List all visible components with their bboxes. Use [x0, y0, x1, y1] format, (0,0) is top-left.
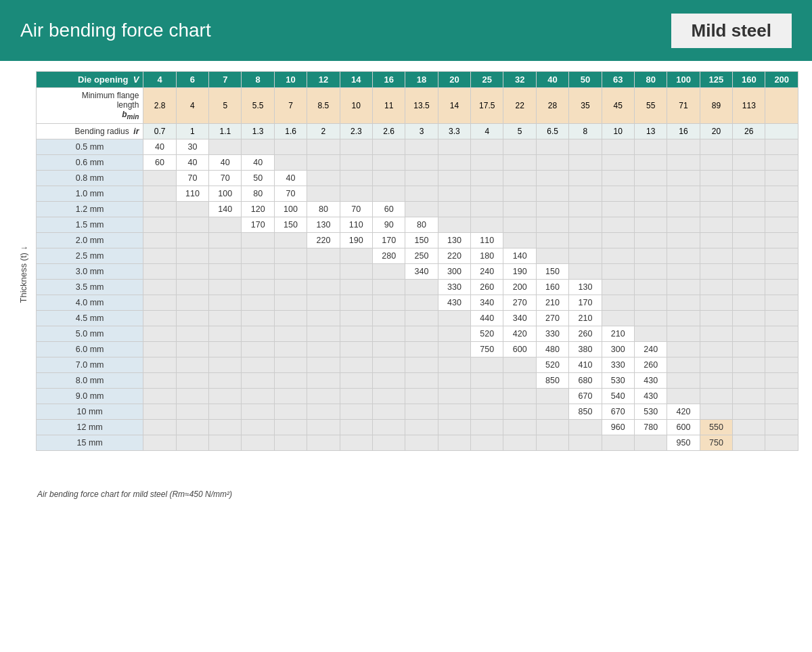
force-value-cell: [274, 357, 307, 373]
force-value-cell: [143, 233, 176, 248]
force-value-cell: [438, 389, 470, 404]
force-value-cell: [242, 373, 274, 389]
force-value-cell: [405, 280, 438, 295]
force-value-cell: [209, 389, 242, 404]
force-value-cell: [143, 389, 176, 404]
force-value-cell: 150: [405, 233, 438, 248]
force-value-cell: [340, 248, 372, 264]
force-value-cell: [765, 202, 798, 217]
force-value-cell: [733, 404, 765, 420]
force-value-cell: [307, 280, 340, 295]
force-value-cell: [667, 155, 700, 171]
force-value-cell: 190: [340, 233, 372, 248]
force-value-cell: [340, 295, 372, 311]
force-value-cell: 520: [471, 326, 503, 342]
force-value-cell: [438, 155, 470, 171]
force-value-cell: 260: [569, 326, 602, 342]
force-value-cell: [307, 186, 340, 202]
thickness-label-cell: 8.0 mm: [37, 373, 143, 389]
bending-radius-value: 0.7: [143, 124, 176, 139]
force-value-cell: [733, 155, 765, 171]
force-value-cell: [765, 326, 798, 342]
force-value-cell: [765, 404, 798, 420]
force-value-cell: [733, 217, 765, 233]
force-value-cell: [274, 139, 307, 155]
force-value-cell: [503, 186, 536, 202]
bending-radius-value: 2.3: [340, 124, 372, 139]
force-value-cell: [307, 295, 340, 311]
force-value-cell: 70: [176, 171, 208, 186]
force-value-cell: 40: [176, 155, 208, 171]
force-value-cell: 780: [634, 420, 667, 435]
force-value-cell: [634, 248, 667, 264]
force-value-cell: 160: [536, 280, 568, 295]
force-value-cell: 280: [372, 248, 405, 264]
force-value-cell: [438, 202, 470, 217]
die-opening-value: 63: [602, 72, 634, 88]
force-value-cell: [340, 264, 372, 280]
force-value-cell: [438, 326, 470, 342]
force-value-cell: [372, 171, 405, 186]
force-value-cell: [536, 171, 568, 186]
force-value-cell: [471, 389, 503, 404]
force-value-cell: [569, 139, 602, 155]
force-value-cell: [765, 139, 798, 155]
force-value-cell: 30: [176, 139, 208, 155]
force-value-cell: [307, 264, 340, 280]
force-value-cell: [667, 202, 700, 217]
bending-force-table: Die opening V467810121416182025324050638…: [36, 71, 798, 451]
force-value-cell: [733, 233, 765, 248]
bending-radius-value: 1.1: [209, 124, 242, 139]
force-value-cell: 600: [667, 420, 700, 435]
force-value-cell: 150: [536, 264, 568, 280]
force-value-cell: 60: [143, 155, 176, 171]
force-value-cell: [503, 435, 536, 451]
force-value-cell: [274, 248, 307, 264]
force-value-cell: 130: [569, 280, 602, 295]
force-value-cell: 140: [503, 248, 536, 264]
force-value-cell: [340, 435, 372, 451]
force-value-cell: [471, 435, 503, 451]
force-value-cell: [536, 389, 568, 404]
force-value-cell: [176, 357, 208, 373]
min-flange-value: 2.8: [143, 88, 176, 124]
bending-radius-value: 20: [700, 124, 732, 139]
min-flange-value: 55: [634, 88, 667, 124]
force-value-cell: 750: [471, 342, 503, 357]
force-value-cell: [471, 186, 503, 202]
force-value-cell: [733, 342, 765, 357]
force-value-cell: [274, 342, 307, 357]
force-value-cell: [372, 264, 405, 280]
force-value-cell: 550: [700, 420, 732, 435]
force-value-cell: [602, 264, 634, 280]
force-value-cell: 70: [209, 171, 242, 186]
force-value-cell: [176, 248, 208, 264]
force-value-cell: [634, 435, 667, 451]
force-value-cell: 670: [602, 404, 634, 420]
force-value-cell: 540: [602, 389, 634, 404]
force-value-cell: [307, 326, 340, 342]
force-value-cell: [307, 139, 340, 155]
thickness-label-cell: 12 mm: [37, 420, 143, 435]
force-value-cell: [242, 233, 274, 248]
force-value-cell: [372, 326, 405, 342]
force-value-cell: [372, 342, 405, 357]
force-value-cell: [372, 311, 405, 326]
force-value-cell: [307, 342, 340, 357]
force-value-cell: [176, 435, 208, 451]
force-value-cell: [634, 295, 667, 311]
force-value-cell: [634, 202, 667, 217]
thickness-label-cell: 3.0 mm: [37, 264, 143, 280]
force-value-cell: [209, 404, 242, 420]
force-value-cell: [274, 233, 307, 248]
force-value-cell: [405, 186, 438, 202]
force-value-cell: [634, 217, 667, 233]
force-value-cell: [733, 248, 765, 264]
force-value-cell: [405, 373, 438, 389]
table-row: 1.0 mm1101008070: [37, 186, 798, 202]
force-value-cell: [503, 357, 536, 373]
force-value-cell: [209, 295, 242, 311]
force-value-cell: [372, 139, 405, 155]
force-value-cell: [143, 202, 176, 217]
force-value-cell: [602, 435, 634, 451]
